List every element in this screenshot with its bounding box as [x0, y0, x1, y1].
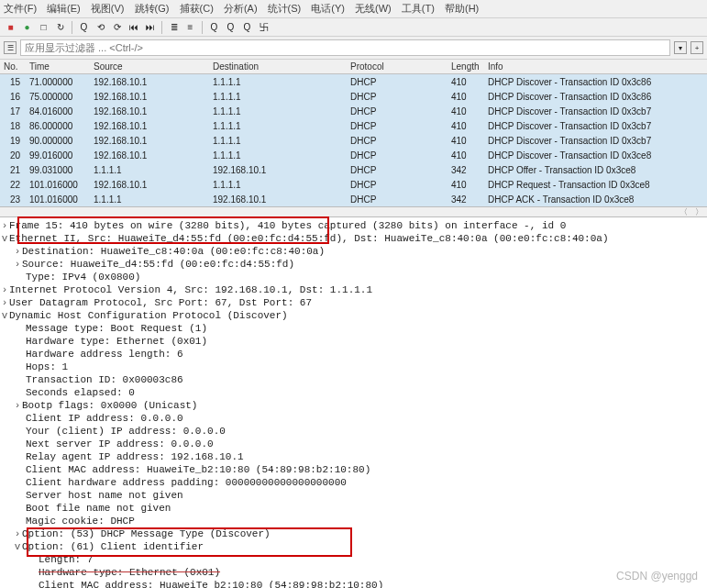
packet-row[interactable]: 22101.016000192.168.10.11.1.1.1DHCP410DH… [0, 177, 707, 192]
expand-icon[interactable]: v [0, 309, 9, 322]
dhcp-hops[interactable]: Hops: 1 [26, 361, 68, 372]
cell-proto: DHCP [347, 180, 447, 190]
colorize-icon[interactable]: ≡ [183, 20, 197, 34]
cell-proto: DHCP [347, 106, 447, 116]
col-time[interactable]: Time [26, 61, 90, 72]
cell-dst: 1.1.1.1 [209, 136, 347, 146]
eth-line[interactable]: Ethernet II, Src: HuaweiTe_d4:55:fd (00:… [9, 233, 609, 244]
col-proto[interactable]: Protocol [347, 61, 447, 72]
menu-edit[interactable]: 编辑(E) [47, 3, 81, 14]
pane-divider[interactable]: 〈 〉 [0, 206, 707, 217]
packet-row[interactable]: 1571.000000192.168.10.11.1.1.1DHCP410DHC… [0, 74, 707, 89]
filter-expr-button[interactable]: ▾ [674, 41, 687, 54]
col-source[interactable]: Source [90, 61, 209, 72]
dhcp-line[interactable]: Dynamic Host Configuration Protocol (Dis… [9, 310, 288, 321]
menu-statistics[interactable]: 统计(S) [268, 3, 302, 14]
expand-icon[interactable]: v [13, 540, 22, 553]
packet-list[interactable]: 1571.000000192.168.10.11.1.1.1DHCP410DHC… [0, 74, 707, 206]
dhcp-xid[interactable]: Transaction ID: 0x00003c86 [26, 374, 183, 385]
packet-row[interactable]: 1675.000000192.168.10.11.1.1.1DHCP410DHC… [0, 89, 707, 104]
packet-row[interactable]: 2099.016000192.168.10.11.1.1.1DHCP410DHC… [0, 148, 707, 162]
dhcp-opt61[interactable]: Option: (61) Client identifier [22, 541, 204, 552]
open-icon[interactable]: □ [37, 20, 50, 34]
eth-dst-line[interactable]: Destination: HuaweiTe_c8:40:0a (00:e0:fc… [22, 246, 325, 257]
zoom-reset-icon[interactable]: Q [240, 20, 254, 34]
udp-line[interactable]: User Datagram Protocol, Src Port: 67, Ds… [9, 297, 312, 308]
dhcp-siaddr[interactable]: Next server IP address: 0.0.0.0 [26, 438, 214, 449]
col-no[interactable]: No. [0, 61, 26, 72]
record-icon[interactable]: ● [20, 20, 34, 34]
eth-src-line[interactable]: Source: HuaweiTe_d4:55:fd (00:e0:fc:d4:5… [22, 259, 294, 270]
dhcp-sname[interactable]: Server host name not given [26, 490, 183, 501]
menu-wireless[interactable]: 无线(W) [355, 3, 392, 14]
cell-len: 410 [447, 136, 484, 146]
cell-dst: 192.168.10.1 [209, 165, 347, 175]
dhcp-flags[interactable]: Bootp flags: 0x0000 (Unicast) [22, 400, 197, 411]
back-icon[interactable]: ⟲ [94, 20, 107, 34]
resize-cols-icon[interactable]: 卐 [257, 20, 271, 34]
cell-src: 192.168.10.1 [90, 106, 209, 116]
autoscroll-icon[interactable]: ≣ [167, 20, 181, 34]
dhcp-opt61-mac[interactable]: Client MAC address: HuaweiTe_b2:10:80 (5… [39, 580, 383, 588]
menu-analyze[interactable]: 分析(A) [224, 3, 258, 14]
dhcp-opt53[interactable]: Option: (53) DHCP Message Type (Discover… [22, 528, 271, 539]
cell-no: 19 [0, 136, 26, 146]
packet-row[interactable]: 2199.0310001.1.1.1192.168.10.1DHCP342DHC… [0, 162, 707, 177]
expand-icon[interactable]: v [0, 232, 9, 245]
menu-help[interactable]: 帮助(H) [445, 3, 479, 14]
dhcp-file[interactable]: Boot file name not given [26, 503, 171, 514]
expand-icon[interactable]: › [0, 283, 9, 296]
menu-bar[interactable]: 文件(F) 编辑(E) 视图(V) 跳转(G) 捕获(C) 分析(A) 统计(S… [0, 0, 707, 18]
zoom-out-icon[interactable]: Q [224, 20, 238, 34]
dhcp-giaddr[interactable]: Relay agent IP address: 192.168.10.1 [26, 451, 244, 462]
col-len[interactable]: Length [447, 61, 484, 72]
last-icon[interactable]: ⏭ [143, 20, 157, 34]
cell-time: 90.000000 [26, 136, 90, 146]
packet-row[interactable]: 1990.000000192.168.10.11.1.1.1DHCP410DHC… [0, 133, 707, 148]
dhcp-secs[interactable]: Seconds elapsed: 0 [26, 387, 135, 398]
dhcp-cookie[interactable]: Magic cookie: DHCP [26, 516, 135, 527]
filter-plus-button[interactable]: + [690, 41, 703, 54]
eth-type-line[interactable]: Type: IPv4 (0x0800) [26, 272, 140, 283]
stop-icon[interactable]: ■ [4, 20, 17, 34]
expand-icon[interactable]: › [13, 527, 22, 540]
bookmark-icon[interactable]: ☰ [4, 41, 17, 54]
menu-view[interactable]: 视图(V) [91, 3, 125, 14]
restart-icon[interactable]: ↻ [53, 20, 67, 34]
packet-details[interactable]: ›Frame 15: 410 bytes on wire (3280 bits)… [0, 217, 707, 588]
dhcp-chaddr[interactable]: Client MAC address: HuaweiTe_b2:10:80 (5… [26, 464, 370, 475]
expand-icon[interactable]: › [13, 258, 22, 271]
dhcp-ciaddr[interactable]: Client IP address: 0.0.0.0 [26, 413, 183, 424]
cell-no: 21 [0, 165, 26, 175]
ip-line[interactable]: Internet Protocol Version 4, Src: 192.16… [9, 284, 372, 295]
separator [161, 21, 162, 34]
col-dest[interactable]: Destination [209, 61, 347, 72]
menu-telephony[interactable]: 电话(Y) [311, 3, 345, 14]
expand-icon[interactable]: › [13, 245, 22, 258]
cell-no: 15 [0, 77, 26, 87]
dhcp-opt61-len[interactable]: Length: 7 [39, 554, 93, 565]
expand-icon[interactable]: › [13, 399, 22, 412]
first-icon[interactable]: ⏮ [127, 20, 140, 34]
expand-icon[interactable]: › [0, 219, 9, 232]
dhcp-yiaddr[interactable]: Your (client) IP address: 0.0.0.0 [26, 426, 226, 437]
zoom-in-icon[interactable]: Q [207, 20, 221, 34]
display-filter-input[interactable] [20, 39, 670, 56]
dhcp-opt61-hw[interactable]: Hardware type: Ethernet (0x01) [39, 567, 220, 578]
forward-icon[interactable]: ⟳ [110, 20, 124, 34]
dhcp-msgtype[interactable]: Message type: Boot Request (1) [26, 323, 207, 334]
dhcp-hwtype[interactable]: Hardware type: Ethernet (0x01) [26, 336, 207, 347]
expand-icon[interactable]: › [0, 296, 9, 309]
frame-line[interactable]: Frame 15: 410 bytes on wire (3280 bits),… [9, 220, 566, 231]
menu-go[interactable]: 跳转(G) [135, 3, 170, 14]
menu-tools[interactable]: 工具(T) [402, 3, 435, 14]
dhcp-chpad[interactable]: Client hardware address padding: 0000000… [26, 477, 347, 488]
menu-capture[interactable]: 捕获(C) [180, 3, 214, 14]
menu-file[interactable]: 文件(F) [4, 3, 37, 14]
col-info[interactable]: Info [484, 61, 695, 72]
packet-row[interactable]: 1886.000000192.168.10.11.1.1.1DHCP410DHC… [0, 118, 707, 133]
find-icon[interactable]: Q [77, 20, 91, 34]
packet-row[interactable]: 1784.016000192.168.10.11.1.1.1DHCP410DHC… [0, 104, 707, 118]
dhcp-hlen[interactable]: Hardware address length: 6 [26, 349, 183, 360]
packet-row[interactable]: 23101.0160001.1.1.1192.168.10.1DHCP342DH… [0, 192, 707, 206]
